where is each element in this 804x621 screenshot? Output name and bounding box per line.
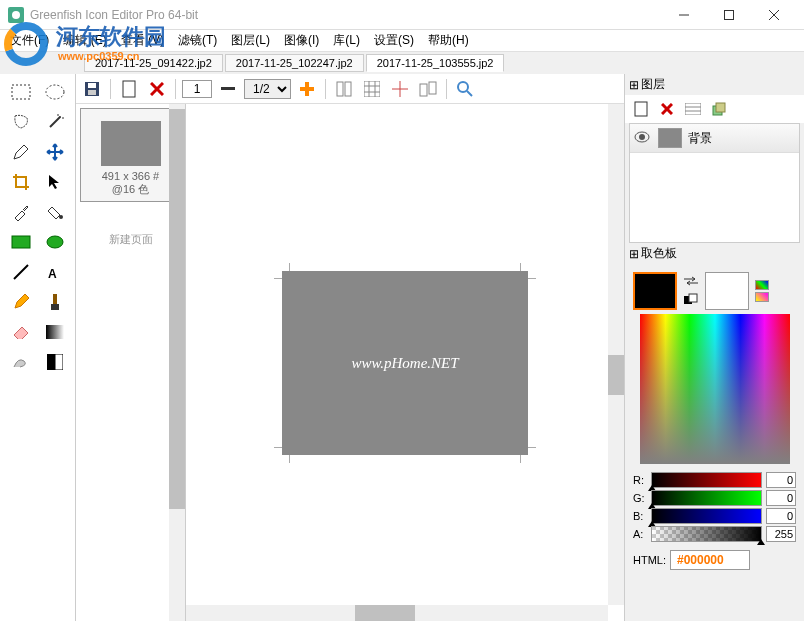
grid1-icon[interactable]	[332, 77, 356, 101]
text-tool[interactable]: A	[39, 258, 71, 286]
layer-props-icon[interactable]	[681, 97, 705, 121]
thumb-scrollbar[interactable]	[169, 104, 185, 621]
blue-value-input[interactable]	[766, 508, 796, 524]
swap-colors-icon[interactable]	[683, 275, 699, 289]
color-sliders: R: G: B: A:	[629, 468, 800, 546]
menu-view[interactable]: 查看 (V)	[115, 30, 170, 51]
close-button[interactable]	[751, 1, 796, 29]
tab-doc-2[interactable]: 2017-11-25_102247.jp2	[225, 54, 364, 72]
ellipse-select-tool[interactable]	[39, 78, 71, 106]
layers-title: 图层	[641, 76, 665, 93]
smudge-tool[interactable]	[5, 348, 37, 376]
mini-swatches[interactable]	[755, 280, 769, 302]
expand-icon[interactable]: ⊞	[629, 247, 641, 261]
menu-edit[interactable]: 编辑 (E)	[57, 30, 112, 51]
app-icon	[8, 7, 24, 23]
brush-tool[interactable]	[39, 288, 71, 316]
layer-item[interactable]: 背景	[630, 124, 799, 153]
magic-wand-tool[interactable]	[39, 108, 71, 136]
svg-rect-28	[123, 81, 135, 97]
menu-filter[interactable]: 滤镜(T)	[172, 30, 223, 51]
thumbnail-preview	[101, 121, 161, 166]
move-tool[interactable]	[39, 138, 71, 166]
rectangle-tool[interactable]	[5, 228, 37, 256]
crop-tool[interactable]	[5, 168, 37, 196]
g-label: G:	[633, 492, 647, 504]
svg-rect-22	[46, 325, 64, 339]
grid3-icon[interactable]	[388, 77, 412, 101]
search-icon[interactable]	[453, 77, 477, 101]
pencil2-tool[interactable]	[5, 288, 37, 316]
menu-image[interactable]: 图像(I)	[278, 30, 325, 51]
minimize-button[interactable]	[661, 1, 706, 29]
new-page-link[interactable]: 新建页面	[80, 232, 181, 247]
title-bar: Greenfish Icon Editor Pro 64-bit	[0, 0, 804, 30]
menu-settings[interactable]: 设置(S)	[368, 30, 420, 51]
zoom-in-icon[interactable]	[295, 77, 319, 101]
save-icon[interactable]	[80, 77, 104, 101]
ellipse-tool[interactable]	[39, 228, 71, 256]
window-title: Greenfish Icon Editor Pro 64-bit	[30, 8, 661, 22]
green-value-input[interactable]	[766, 490, 796, 506]
contrast-tool[interactable]	[39, 348, 71, 376]
menu-file[interactable]: 文件(F)	[4, 30, 55, 51]
delete-layer-icon[interactable]	[655, 97, 679, 121]
merge-layer-icon[interactable]	[707, 97, 731, 121]
bucket-tool[interactable]	[39, 198, 71, 226]
svg-rect-35	[345, 82, 351, 96]
expand-icon[interactable]: ⊞	[629, 78, 641, 92]
canvas[interactable]: www.pHome.NET	[282, 271, 528, 455]
palette-header: ⊞ 取色板	[625, 243, 804, 264]
color-picker[interactable]	[640, 314, 790, 464]
canvas-scrollbar-v[interactable]	[608, 104, 624, 605]
layer-list: 背景	[629, 123, 800, 243]
page-number-input[interactable]: 1	[182, 80, 212, 98]
red-value-input[interactable]	[766, 472, 796, 488]
alpha-value-input[interactable]	[766, 526, 796, 542]
zoom-out-icon[interactable]	[216, 77, 240, 101]
foreground-color-swatch[interactable]	[633, 272, 677, 310]
main-area: 1 1/2 491 x 366 # @16 色 新建页面	[76, 74, 624, 621]
svg-rect-17	[12, 236, 30, 248]
right-panel: ⊞ 图层 背景 ⊞ 取色板	[624, 74, 804, 621]
svg-line-19	[14, 265, 28, 279]
lasso-tool[interactable]	[5, 108, 37, 136]
eyedropper-tool[interactable]	[5, 198, 37, 226]
alpha-slider[interactable]	[651, 526, 762, 542]
delete-page-icon[interactable]	[145, 77, 169, 101]
rect-select-tool[interactable]	[5, 78, 37, 106]
pointer-tool[interactable]	[39, 168, 71, 196]
pages-icon[interactable]	[416, 77, 440, 101]
blue-slider[interactable]	[651, 508, 762, 524]
eraser-tool[interactable]	[5, 318, 37, 346]
menu-help[interactable]: 帮助(H)	[422, 30, 475, 51]
html-color-input[interactable]	[670, 550, 750, 570]
zoom-level-select[interactable]: 1/2	[244, 79, 291, 99]
default-colors-icon[interactable]	[683, 293, 699, 308]
menu-layer[interactable]: 图层(L)	[225, 30, 276, 51]
tab-doc-1[interactable]: 2017-11-25_091422.jp2	[84, 54, 223, 72]
svg-point-13	[59, 116, 61, 118]
red-slider[interactable]	[651, 472, 762, 488]
gradient-tool[interactable]	[39, 318, 71, 346]
svg-rect-43	[420, 84, 427, 96]
background-color-swatch[interactable]	[705, 272, 749, 310]
new-page-icon[interactable]	[117, 77, 141, 101]
a-label: A:	[633, 528, 647, 540]
menu-bar: 文件(F) 编辑 (E) 查看 (V) 滤镜(T) 图层(L) 图像(I) 库(…	[0, 30, 804, 52]
thumbnail-item[interactable]: 491 x 366 # @16 色	[80, 108, 181, 202]
main-toolbar: 1 1/2	[76, 74, 624, 104]
maximize-button[interactable]	[706, 1, 751, 29]
line-tool[interactable]	[5, 258, 37, 286]
canvas-scrollbar-h[interactable]	[186, 605, 608, 621]
green-slider[interactable]	[651, 490, 762, 506]
canvas-area[interactable]: www.pHome.NET	[186, 104, 624, 621]
svg-marker-62	[757, 539, 765, 545]
new-layer-icon[interactable]	[629, 97, 653, 121]
grid2-icon[interactable]	[360, 77, 384, 101]
svg-rect-50	[685, 103, 701, 115]
tab-doc-3[interactable]: 2017-11-25_103555.jp2	[366, 54, 505, 72]
eye-icon[interactable]	[634, 131, 652, 146]
menu-library[interactable]: 库(L)	[327, 30, 366, 51]
pencil-tool[interactable]	[5, 138, 37, 166]
